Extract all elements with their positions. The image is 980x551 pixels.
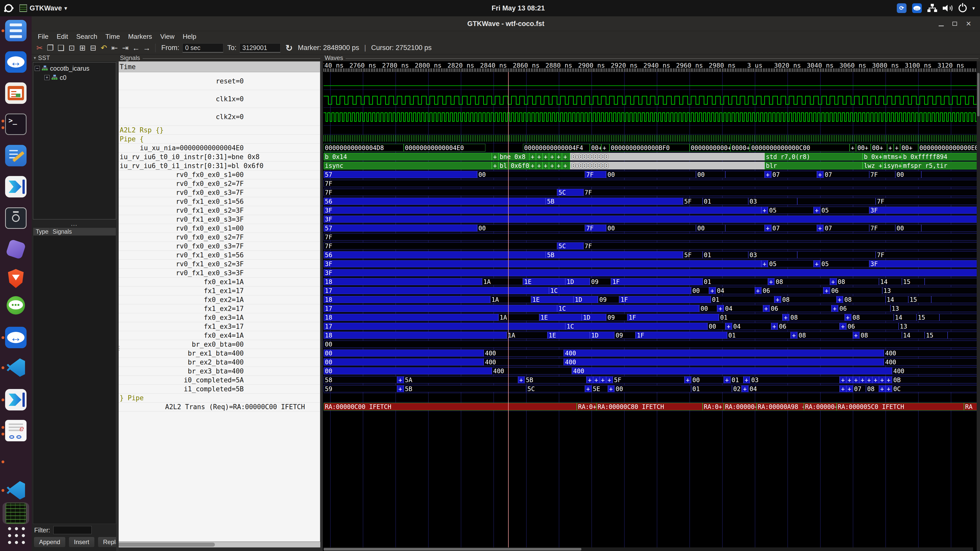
dock-item-gtkwave[interactable] — [3, 503, 29, 524]
title-bar[interactable]: GTKWave - wtf-coco.fst ✕ — [32, 16, 980, 31]
signal-row-fx1_ex2[interactable]: fx1_ex2=17 — [118, 304, 320, 313]
waves-vscrollbar[interactable] — [977, 61, 980, 551]
jump-to-start-icon[interactable]: ⇤ — [109, 43, 120, 53]
shift-right-icon[interactable]: → — [142, 43, 152, 53]
type-column-header[interactable]: Type — [33, 228, 50, 235]
signal-row-i1_completed[interactable]: i1_completed=5B — [118, 385, 320, 394]
wave-row-rv0_fx1_ex0_s3b[interactable]: 3F — [324, 268, 977, 277]
signal-row-br_ex2_bta[interactable]: br_ex2_bta=400 — [118, 358, 320, 367]
wave-row-rv0_fx0_ex0_s3b[interactable]: 7F5C7F — [324, 241, 977, 251]
network-icon[interactable] — [928, 4, 937, 13]
tree-item-cocotb_icarus[interactable]: −cocotb_icarus — [35, 64, 89, 73]
dock-item-teamviewer[interactable]: ↔ — [5, 327, 27, 348]
signal-row-rv0_fx1_ex0_s2[interactable]: rv0_fx1_ex0_s2=3F — [118, 206, 320, 215]
signal-row-fx0_ex1[interactable]: fx0_ex1=1A — [118, 278, 320, 286]
signal-row-rv0_fx0_ex0_s2[interactable]: rv0_fx0_ex0_s2=7F — [118, 179, 320, 188]
filter-input[interactable] — [53, 526, 92, 534]
wave-row-a2l2-rsp[interactable] — [324, 125, 977, 135]
wave-row-clk1x[interactable] — [324, 90, 977, 108]
wave-row-iu_rv_iu6_t0_i1_instr[interactable]: isync+bl 0x6f0++++++0x00000000blrlwz +is… — [324, 161, 977, 170]
signal-row-br_ex0_bta[interactable]: br_ex0_bta=00 — [118, 340, 320, 349]
signal-row-iu_rv_iu6_t0_i0_instr[interactable]: iu_rv_iu6_t0_i0_instr[0:31]=bne 0x8 — [118, 152, 320, 162]
dock-item-document-reader[interactable]: e — [5, 420, 27, 441]
signal-row-rv0_fx1_ex0_s3[interactable]: rv0_fx1_ex0_s3=3F — [118, 215, 320, 224]
dock-item-libreoffice-impress[interactable] — [5, 83, 27, 104]
wave-row-rv0_fx0_ex0_s3[interactable]: 7F5C7F — [324, 188, 977, 197]
signal-row-fx1_ex3[interactable]: fx1_ex3=17 — [118, 322, 320, 331]
wave-row-rv0_fx0_ex0_s1b[interactable]: 57007F0000+07+077F00 — [324, 224, 977, 233]
dock-item-file-cabinet[interactable] — [5, 20, 27, 41]
type-signals-header[interactable]: Type Signals — [33, 227, 116, 236]
marker-line[interactable] — [508, 72, 509, 548]
menu-item-view[interactable]: View — [156, 33, 179, 41]
dock-item-teamviewer[interactable]: ↔ — [5, 51, 27, 73]
signal-row-clk1x[interactable]: clk1x=0 — [118, 90, 320, 108]
dock-item-app-grid[interactable] — [5, 524, 27, 545]
jump-to-end-icon[interactable]: ⇥ — [120, 43, 130, 53]
tree-expander-icon[interactable]: + — [45, 75, 49, 80]
signal-row-fx0_ex3[interactable]: fx0_ex3=1A — [118, 313, 320, 322]
signal-row-a2l2-trans[interactable]: A2L2 Trans (Req)=RA:00000C00 IFETCH — [118, 403, 320, 411]
waves-vscroll-thumb[interactable] — [977, 73, 980, 116]
from-input[interactable] — [183, 43, 223, 52]
zoom-fit-icon[interactable]: ⊡ — [66, 43, 77, 53]
menu-item-markers[interactable]: Markers — [124, 33, 156, 41]
signal-row-rv0_fx0_ex0_s1[interactable]: rv0_fx0_ex0_s1=00 — [118, 170, 320, 179]
dock-item-media-app[interactable] — [5, 176, 27, 197]
signal-row-rv0_fx0_ex0_s3[interactable]: rv0_fx0_ex0_s3=7F — [118, 188, 320, 197]
signal-row-rv0_fx1_ex0_s1[interactable]: rv0_fx1_ex0_s1=56 — [118, 197, 320, 206]
signal-row-i0_completed[interactable]: i0_completed=5A — [118, 376, 320, 385]
wave-row-rv0_fx1_ex0_s2[interactable]: 3F+05+053F — [324, 206, 977, 215]
signal-row-rv0_fx0_ex0_s3b[interactable]: rv0_fx0_ex0_s3=7F — [118, 242, 320, 251]
wave-row-pipe-close[interactable] — [324, 393, 977, 402]
wave-row-fx0_ex1[interactable]: 181A1E1D091F01+08+081415 — [324, 277, 977, 286]
tree-item-c0[interactable]: +c0 — [45, 73, 66, 82]
dock-item-vscode[interactable] — [5, 357, 27, 378]
zoom-in-icon[interactable]: ⊞ — [77, 43, 88, 53]
wave-row-br_ex2_bta[interactable]: 00400400400 — [324, 358, 977, 367]
wave-row-fx0_ex3[interactable]: 181A1E1D091F01+08+081415 — [324, 313, 977, 322]
sst-signals-splitter[interactable]: ⋮ — [116, 61, 119, 551]
wave-row-reset[interactable] — [324, 72, 977, 90]
append-button[interactable]: Append — [34, 537, 65, 548]
paste-icon[interactable]: ❑ — [56, 43, 66, 53]
ubuntu-activities-icon[interactable] — [5, 4, 13, 12]
signal-row-pipe-close[interactable]: } Pipe — [118, 394, 320, 403]
wave-row-rv0_fx0_ex0_s1[interactable]: 57007F0000+07+077F00 — [324, 170, 977, 179]
dock-item-brave-browser[interactable] — [5, 268, 27, 289]
wave-row-br_ex0_bta[interactable]: 00 — [324, 340, 977, 349]
wave-row-fx0_ex4[interactable]: 181A1E1D091F01+08+081415 — [324, 331, 977, 340]
menu-item-edit[interactable]: Edit — [52, 33, 72, 41]
wave-row-pipe-open[interactable] — [324, 135, 977, 143]
power-icon[interactable] — [959, 4, 967, 12]
dock-item-gem-app[interactable] — [5, 238, 27, 260]
signal-row-rv0_fx1_ex0_s1b[interactable]: rv0_fx1_ex0_s1=56 — [118, 251, 320, 260]
signal-row-br_ex3_bta[interactable]: br_ex3_bta=400 — [118, 367, 320, 376]
wave-row-clk2x[interactable] — [324, 108, 977, 125]
sst-signal-list[interactable] — [33, 236, 116, 524]
sst-panel-header[interactable]: ▾ SST — [34, 54, 50, 62]
copy-icon[interactable]: ❐ — [45, 43, 56, 53]
wave-row-fx1_ex2[interactable]: 171C00+04+06+0613 — [324, 304, 977, 313]
wave-row-iu_xu_nia[interactable]: 00000000000004D800000000000004E000000000… — [324, 143, 977, 152]
waves-hscroll-thumb[interactable] — [324, 548, 581, 551]
signal-row-rv0_fx1_ex0_s3b[interactable]: rv0_fx1_ex0_s3=3F — [118, 268, 320, 278]
wave-row-br_ex1_bta[interactable]: 00400400400 — [324, 349, 977, 358]
wave-row-rv0_fx1_ex0_s3[interactable]: 3F — [324, 215, 977, 224]
signals-list[interactable]: Time reset=0clk1x=0clk2x=0A2L2 Rsp {}Pip… — [118, 61, 320, 542]
tree-expander-icon[interactable]: − — [35, 66, 40, 71]
time-header-row[interactable]: Time — [118, 62, 320, 72]
clock[interactable]: Fri May 13 08:21 — [492, 0, 545, 16]
insert-button[interactable]: Insert — [68, 537, 95, 548]
menu-item-search[interactable]: Search — [72, 33, 101, 41]
shift-left-icon[interactable]: ← — [130, 43, 142, 53]
signal-row-rv0_fx0_ex0_s2b[interactable]: rv0_fx0_ex0_s2=7F — [118, 233, 320, 242]
wave-row-br_ex3_bta[interactable]: 00400400400 — [324, 367, 977, 375]
signal-row-rv0_fx1_ex0_s2b[interactable]: rv0_fx1_ex0_s2=3F — [118, 260, 320, 268]
dock-item-terminal[interactable]: >_ — [5, 114, 27, 135]
wave-row-i1_completed[interactable]: 59+5B5C+5E+000102+04++0708++0C — [324, 384, 977, 393]
wave-row-iu_rv_iu6_t0_i0_instr[interactable]: b 0x14+bne 0x8++++++0x00000000std r7,0(r… — [324, 152, 977, 161]
dock-item-screenshot-tool[interactable] — [5, 207, 27, 229]
system-chevron-down-icon[interactable]: ▾ — [972, 5, 975, 11]
app-menu[interactable]: GTKWave ▾ — [19, 4, 67, 12]
